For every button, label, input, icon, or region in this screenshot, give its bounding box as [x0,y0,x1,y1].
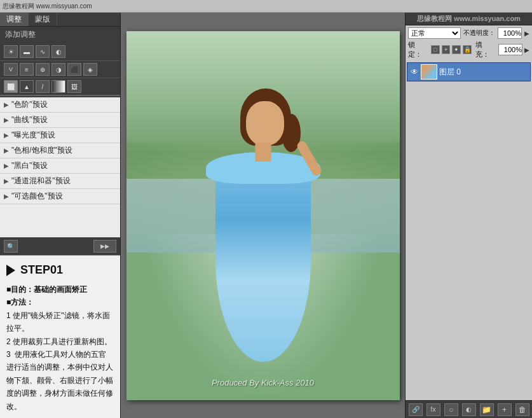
step-text: ■目的：基础的画面矫正 ■方法： 1 使用"镜头矫正"滤镜，将水面拉平。 2 使… [6,283,114,413]
tab-adjust[interactable]: 调整 [0,13,29,26]
adj-selective-color[interactable]: ▶ "可选颜色"预设 [0,189,120,204]
filter-icon[interactable]: ⬛ [67,63,81,76]
fill-input[interactable] [498,44,522,55]
new-group-btn[interactable]: 📁 [480,403,494,416]
channel-mixer-icon[interactable]: ◈ [83,63,97,76]
icon-row-2: V ≡ ⊕ ◑ ⬛ ◈ [0,61,120,78]
new-layer-btn[interactable]: + [498,403,512,416]
adj-arrow-exposure: ▶ [4,132,9,139]
layer-eye-icon[interactable]: 👁 [410,67,419,76]
layers-area: 👁 图层 0 [406,61,532,400]
lock-image-icon[interactable]: + [442,45,451,54]
icon-row-3: ⬜ ▲ / G 🖼 [0,78,120,96]
fill-label: 填充： [475,40,496,59]
bw-icon[interactable]: ◑ [51,63,65,76]
threshold-icon[interactable]: / [36,80,50,93]
hue-sat-icon[interactable]: ≡ [20,63,34,76]
person-dress [215,158,311,362]
panel-bottom: 🔍 ▶▶ [0,237,120,255]
adj-arrow-levels: ▶ [4,101,9,108]
opacity-arrow[interactable]: ▶ [524,30,529,37]
lock-fill-row: 锁定： □ + ✦ 🔒 填充： ▶ [408,40,529,59]
brightness-icon[interactable]: ☀ [4,45,18,58]
adj-levels[interactable]: ▶ "色阶"预设 [0,97,120,113]
adj-arrow-hue-sat: ▶ [4,147,9,154]
media-btn[interactable]: ▶▶ [93,240,116,253]
icon-row-1: ☀ ▬ ∿ ◐ [0,43,120,61]
lock-all-icon[interactable]: 🔒 [463,45,472,54]
left-panel: 调整 蒙版 添加调整 ☀ ▬ ∿ ◐ V ≡ ⊕ ◑ ⬛ ◈ ⬜ ▲ / G 🖼 [0,13,121,418]
adj-channel-mixer[interactable]: ▶ "通道混和器"预设 [0,174,120,189]
link-layers-btn[interactable]: 🔗 [409,403,423,416]
canvas-area: Produced By Kick-Ass 2010 [121,13,405,418]
exposure-icon[interactable]: ◐ [51,45,65,58]
delete-layer-btn[interactable]: 🗑 [515,403,529,416]
adjustment-layer-btn[interactable]: ◐ [462,403,476,416]
adj-exposure[interactable]: ▶ "曝光度"预设 [0,128,120,143]
top-bar: 思缘教程网 www.missyuan.com [0,0,532,13]
selective-color-icon[interactable]: 🖼 [67,80,81,93]
photo-watermark: Produced By Kick-Ass 2010 [212,378,314,387]
main-area: 调整 蒙版 添加调整 ☀ ▬ ∿ ◐ V ≡ ⊕ ◑ ⬛ ◈ ⬜ ▲ / G 🖼 [0,13,532,418]
adjust-header: 添加调整 [0,27,120,43]
adj-arrow-bw: ▶ [4,162,9,169]
photo-container: Produced By Kick-Ass 2010 [126,31,400,400]
levels-icon[interactable]: ▬ [20,45,34,58]
fill-arrow[interactable]: ▶ [524,46,529,53]
vibrance-icon[interactable]: V [4,63,18,76]
photo-person [193,82,333,400]
search-btn[interactable]: 🔍 [4,240,18,253]
layer-name: 图层 0 [439,67,461,78]
layer-thumbnail [421,64,437,80]
posterize-icon[interactable]: ▲ [20,80,34,93]
blend-mode-select[interactable]: 正常 [408,27,461,39]
layer-item-0[interactable]: 👁 图层 0 [407,62,531,81]
curves-icon[interactable]: ∿ [36,45,50,58]
adjustment-list: ▶ "色阶"预设 ▶ "曲线"预设 ▶ "曝光度"预设 ▶ "色相/饱和度"预设… [0,97,120,237]
step-panel: STEP01 ■目的：基础的画面矫正 ■方法： 1 使用"镜头矫正"滤镜，将水面… [0,255,120,418]
opacity-input[interactable] [498,27,522,39]
site-watermark: 思缘教程网 www.missyuan.com [3,2,92,11]
layer-controls: 正常 不透明度： ▶ 锁定： □ + ✦ 🔒 填充： ▶ [406,25,532,61]
photo-background: Produced By Kick-Ass 2010 [126,31,400,400]
lock-transparent-icon[interactable]: □ [431,45,440,54]
adj-arrow-selective-color: ▶ [4,193,9,200]
step-title: STEP01 [6,261,114,279]
adj-arrow-channel-mixer: ▶ [4,178,9,185]
adj-hue-sat[interactable]: ▶ "色相/饱和度"预设 [0,143,120,158]
person-neck [255,143,271,162]
right-panel-site: 思缘教程网 www.missyuan.com [408,14,529,24]
mask-btn[interactable]: ○ [444,403,458,416]
adj-curves[interactable]: ▶ "曲线"预设 [0,113,120,128]
invert-icon[interactable]: ⬜ [4,80,18,93]
tab-mask[interactable]: 蒙版 [29,13,57,26]
left-panel-tabs: 调整 蒙版 [0,13,120,27]
color-balance-icon[interactable]: ⊕ [36,63,50,76]
step-triangle-icon [6,265,15,276]
lock-label: 锁定： [408,40,429,59]
layers-bottom: 🔗 fx ○ ◐ 📁 + 🗑 [406,400,532,418]
opacity-label: 不透明度： [463,29,495,38]
blend-opacity-row: 正常 不透明度： ▶ [408,27,529,39]
adj-arrow-curves: ▶ [4,116,9,123]
gradient-map-icon[interactable]: G [51,80,65,93]
right-panel: 思缘教程网 www.missyuan.com 正常 不透明度： ▶ 锁定： □ … [405,13,532,418]
right-panel-header: 思缘教程网 www.missyuan.com [406,13,532,25]
adj-bw[interactable]: ▶ "黑白"预设 [0,158,120,174]
person-face [246,101,284,146]
lock-position-icon[interactable]: ✦ [452,45,461,54]
fx-btn[interactable]: fx [426,403,440,416]
